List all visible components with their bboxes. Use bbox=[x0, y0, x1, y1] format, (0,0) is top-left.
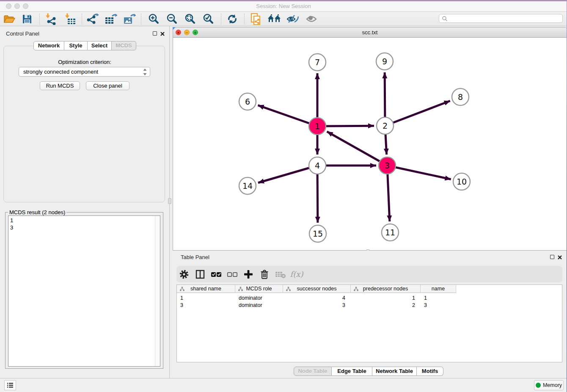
hide-graphics-icon[interactable] bbox=[286, 13, 300, 25]
mcds-result-textarea[interactable]: 1 3 bbox=[8, 215, 160, 367]
graph-node-2[interactable]: 2 bbox=[377, 117, 394, 134]
import-network-icon[interactable] bbox=[44, 13, 58, 25]
network-canvas[interactable]: 7968124314101511 bbox=[173, 38, 567, 251]
delete-icon[interactable] bbox=[258, 268, 271, 281]
select-all-icon[interactable] bbox=[209, 268, 223, 281]
svg-text:6: 6 bbox=[245, 97, 250, 106]
control-panel-title: Control Panel bbox=[6, 30, 39, 37]
column-header-predecessor-nodes[interactable]: predecessor nodes bbox=[351, 285, 421, 293]
criterion-value: strongly connected component bbox=[23, 69, 98, 75]
export-table-icon[interactable] bbox=[104, 13, 118, 25]
home-layout-icon[interactable] bbox=[267, 13, 281, 25]
graph-node-4[interactable]: 4 bbox=[309, 157, 326, 174]
cell-r1-c0[interactable]: 3 bbox=[180, 302, 235, 309]
table-toolbar: f(x) bbox=[176, 266, 562, 282]
edge-3-10[interactable] bbox=[387, 166, 451, 179]
run-mcds-button[interactable]: Run MCDS bbox=[40, 81, 80, 90]
zoom-in-icon[interactable] bbox=[147, 13, 160, 25]
deselect-all-icon[interactable] bbox=[226, 268, 239, 281]
graph-node-11[interactable]: 11 bbox=[382, 224, 399, 241]
edge-4-14[interactable] bbox=[258, 166, 317, 183]
svg-text:4: 4 bbox=[315, 161, 320, 170]
criterion-dropdown[interactable]: strongly connected component bbox=[19, 67, 150, 77]
toolbar-separator bbox=[82, 14, 82, 25]
save-session-icon[interactable] bbox=[20, 13, 34, 25]
edge-3-1[interactable] bbox=[327, 132, 387, 166]
tab-mcds[interactable]: MCDS bbox=[112, 41, 136, 50]
cell-r0-c3[interactable]: 1 bbox=[351, 295, 415, 301]
hierarchy-icon bbox=[354, 287, 358, 291]
zoom-out-icon[interactable] bbox=[165, 13, 179, 25]
list-icon bbox=[7, 382, 14, 388]
toolbar-separator bbox=[141, 14, 141, 25]
cell-r1-c1[interactable]: dominator bbox=[239, 302, 283, 309]
close-panel-button[interactable]: Close panel bbox=[86, 81, 129, 90]
memory-button[interactable]: Memory bbox=[534, 380, 564, 390]
node-table: shared nameMCDS rolesuccessor nodesprede… bbox=[176, 284, 562, 362]
cell-r0-c0[interactable]: 1 bbox=[180, 295, 235, 301]
control-panel: Control Panel NetworkStyleSelectMCDS Opt… bbox=[0, 26, 169, 378]
svg-text:3: 3 bbox=[385, 161, 390, 170]
window-title: Session: New Session bbox=[0, 3, 567, 9]
control-panel-header: Control Panel bbox=[0, 26, 169, 41]
graph-node-15[interactable]: 15 bbox=[309, 225, 326, 242]
columns-icon[interactable] bbox=[193, 268, 207, 281]
graph-node-10[interactable]: 10 bbox=[453, 173, 470, 190]
add-icon[interactable] bbox=[242, 268, 255, 281]
open-session-icon[interactable] bbox=[3, 13, 16, 25]
duplicate-network-icon[interactable] bbox=[249, 13, 263, 25]
cell-r0-c1[interactable]: dominator bbox=[239, 295, 283, 301]
cell-r0-c4[interactable]: 1 bbox=[424, 295, 456, 301]
svg-text:14: 14 bbox=[242, 181, 253, 190]
hierarchy-icon bbox=[286, 287, 291, 291]
edge-1-6[interactable] bbox=[258, 105, 317, 126]
search-input[interactable] bbox=[448, 16, 562, 22]
cell-r1-c4[interactable]: 3 bbox=[424, 302, 456, 309]
tab-node-table[interactable]: Node Table bbox=[294, 367, 332, 376]
graph-node-9[interactable]: 9 bbox=[376, 53, 393, 70]
gear-icon[interactable] bbox=[177, 268, 191, 281]
float-panel-icon[interactable] bbox=[153, 31, 157, 36]
mcds-result-scrollbar[interactable] bbox=[155, 216, 160, 366]
column-header-MCDS-role[interactable]: MCDS role bbox=[235, 285, 283, 293]
tab-network-table[interactable]: Network Table bbox=[372, 367, 417, 376]
cell-r1-c2[interactable]: 3 bbox=[283, 302, 345, 309]
close-panel-icon[interactable] bbox=[160, 31, 165, 36]
zoom-selected-icon[interactable] bbox=[201, 13, 215, 25]
titlebar-accent bbox=[0, 0, 567, 1]
hierarchy-icon bbox=[180, 287, 184, 291]
edge-2-8[interactable] bbox=[385, 101, 450, 126]
tab-network[interactable]: Network bbox=[33, 41, 64, 50]
zoom-fit-icon[interactable] bbox=[183, 13, 197, 25]
cell-r1-c3[interactable]: 2 bbox=[351, 302, 415, 309]
tab-select[interactable]: Select bbox=[88, 41, 112, 50]
cell-r0-c2[interactable]: 4 bbox=[283, 295, 345, 301]
graph-node-1[interactable]: 1 bbox=[309, 118, 326, 135]
import-table-icon[interactable] bbox=[63, 13, 77, 25]
graph-node-6[interactable]: 6 bbox=[239, 93, 256, 110]
network-window-title: scc.txt bbox=[173, 29, 567, 36]
column-header-name[interactable]: name bbox=[421, 285, 456, 293]
optimization-criterion-label: Optimization criterion: bbox=[0, 59, 169, 65]
graph-node-14[interactable]: 14 bbox=[239, 177, 256, 194]
panel-divider-grip[interactable] bbox=[168, 198, 171, 204]
table-close-icon[interactable] bbox=[557, 255, 562, 260]
export-image-icon[interactable] bbox=[123, 13, 136, 25]
tab-style[interactable]: Style bbox=[64, 41, 88, 50]
fx-icon: f(x) bbox=[290, 268, 303, 281]
tab-motifs[interactable]: Motifs bbox=[417, 367, 443, 376]
show-graphics-icon[interactable] bbox=[305, 13, 319, 25]
delete-table-icon bbox=[274, 268, 287, 281]
export-network-icon[interactable] bbox=[86, 13, 99, 25]
task-history-button[interactable] bbox=[4, 380, 16, 390]
tab-edge-table[interactable]: Edge Table bbox=[332, 367, 372, 376]
column-header-shared-name[interactable]: shared name bbox=[177, 285, 235, 293]
refresh-icon[interactable] bbox=[226, 13, 239, 25]
graph-node-3[interactable]: 3 bbox=[379, 157, 396, 174]
graph-node-8[interactable]: 8 bbox=[452, 88, 469, 105]
graph-node-7[interactable]: 7 bbox=[309, 54, 326, 71]
table-float-icon[interactable] bbox=[550, 255, 554, 259]
column-header-successor-nodes[interactable]: successor nodes bbox=[283, 285, 351, 293]
search-box[interactable] bbox=[439, 14, 563, 23]
mcds-result-title: MCDS result (2 nodes) bbox=[8, 209, 66, 215]
